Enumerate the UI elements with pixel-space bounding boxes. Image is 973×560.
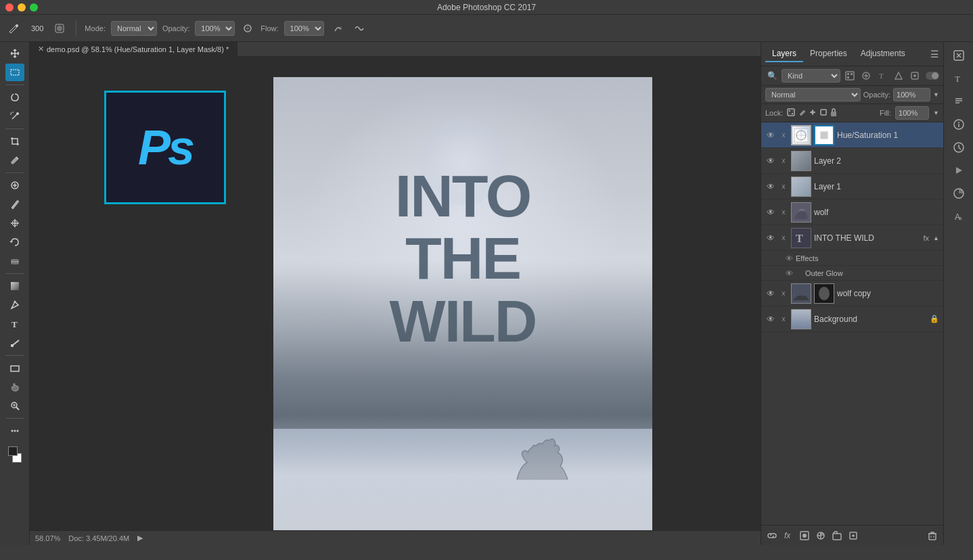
left-toolbar: T [0,42,30,545]
add-mask-btn[interactable] [798,529,811,542]
ps-logo: Ps [104,91,226,204]
foreground-bg-color[interactable] [5,441,24,468]
opacity-select[interactable]: 100% 75% 50% [195,21,235,36]
zoom-tool[interactable] [5,397,24,415]
crop-tool[interactable] [5,133,24,150]
brush-preset-btn[interactable] [51,22,68,35]
path-selection-tool[interactable] [5,334,24,352]
svg-point-56 [958,122,959,123]
new-layer-btn[interactable] [846,529,860,542]
lock-all-icon[interactable] [830,108,837,118]
move-tool[interactable] [5,45,24,62]
layer-eye-wolf[interactable]: 👁 [765,207,776,218]
glyphs-panel-toggle[interactable]: Aa [947,206,971,227]
airbrush-btn[interactable] [330,22,346,35]
panel-menu-icon[interactable]: ☰ [930,49,939,60]
filter-adjustment-icon[interactable] [859,69,873,83]
filter-kind-select[interactable]: Kind [782,69,840,83]
filter-toggle[interactable] [926,69,939,83]
fill-arrow[interactable]: ▼ [933,110,939,116]
flow-select[interactable]: 100% 75% 50% [284,21,324,36]
pen-tool[interactable] [5,296,24,314]
tools-panel-toggle[interactable] [947,45,971,66]
hand-tool[interactable] [5,378,24,396]
lasso-tool[interactable] [5,89,24,106]
sublayer-eye-outerglow[interactable]: 👁 [786,269,793,277]
eraser-tool[interactable] [5,252,24,270]
link-layers-btn[interactable] [765,529,779,542]
layer-eye-text[interactable]: 👁 [765,233,776,243]
sublayer-effects[interactable]: 👁 Effects [761,251,943,266]
layer-item-layer2[interactable]: 👁 Layer 2 [761,148,943,174]
layer-eye-layer1[interactable]: 👁 [765,181,776,192]
canvas-content[interactable]: Ps INTO THE WILD [30,57,761,545]
window-controls[interactable] [5,3,38,11]
layer-mode-select[interactable]: Normal Multiply Screen [765,88,861,101]
lock-transparent-icon[interactable] [787,108,795,118]
adjustments-tab[interactable]: Adjustments [854,46,912,62]
actions-panel-toggle[interactable] [947,160,971,181]
filter-smart-icon[interactable] [908,69,922,83]
lock-image-icon[interactable] [798,108,806,118]
character-panel-toggle[interactable]: T [947,68,971,89]
sublayer-outer-glow[interactable]: 👁 Outer Glow [761,266,943,281]
healing-brush-tool[interactable] [5,177,24,194]
magic-wand-tool[interactable] [5,108,24,125]
layer-eye-hue-sat[interactable]: 👁 [765,130,776,141]
extra-tools-btn[interactable] [5,422,24,440]
minimize-button[interactable] [18,3,26,11]
delete-layer-btn[interactable] [926,529,939,542]
layer-item-text[interactable]: 👁 T INTO THE WILD fx ▲ [761,225,943,251]
sublayer-eye-effects[interactable]: 👁 [786,254,793,262]
brush-tool[interactable] [5,195,24,213]
type-tool[interactable]: T [5,315,24,333]
shape-tool[interactable] [5,359,24,377]
new-group-btn[interactable] [830,529,844,542]
lock-artboard-icon[interactable] [819,108,828,118]
marquee-tool[interactable] [5,64,24,81]
maximize-button[interactable] [30,3,38,11]
mode-select[interactable]: Normal Multiply Screen [111,21,157,36]
lock-position-icon[interactable] [809,108,817,118]
layer-list[interactable]: 👁 Hue/Saturation 1 👁 [761,122,943,525]
layer-eye-layer2[interactable]: 👁 [765,156,776,166]
filter-pixel-icon[interactable] [843,69,857,83]
svg-rect-52 [929,534,936,540]
layers-tab[interactable]: Layers [765,46,803,62]
clone-stamp-tool[interactable] [5,214,24,232]
close-button[interactable] [5,3,14,11]
layer-item-wolf[interactable]: 👁 wolf [761,200,943,225]
eyedropper-tool[interactable] [5,151,24,169]
layer-item-wolf-copy[interactable]: 👁 wolf copy [761,281,943,306]
layer-eye-background[interactable]: 👁 [765,314,776,325]
document-tab[interactable]: ✕ demo.psd @ 58.1% (Hue/Saturation 1, La… [30,42,237,57]
filter-text-icon[interactable]: T [876,69,889,83]
pressure-opacity-btn[interactable] [240,22,255,34]
filter-shape-icon[interactable] [892,69,905,83]
history-brush-tool[interactable] [5,233,24,251]
brush-tool-icon[interactable] [5,21,23,36]
layer-item-layer1[interactable]: 👁 Layer 1 [761,174,943,200]
close-tab-icon[interactable]: ✕ [38,45,44,53]
filter-icon[interactable]: 🔍 [765,69,779,83]
opacity-input[interactable] [893,88,930,101]
color-panel-toggle[interactable] [947,183,971,204]
fx-icon[interactable]: fx [924,234,930,242]
properties-tab[interactable]: Properties [803,46,854,62]
lock-icons [787,108,837,118]
smoothing-btn[interactable] [351,22,367,35]
artwork-canvas[interactable]: INTO THE WILD [273,77,652,545]
history-panel-toggle[interactable] [947,137,971,158]
layer-eye-wolf-copy[interactable]: 👁 [765,288,776,299]
effects-collapse-icon[interactable]: ▲ [933,235,939,241]
add-layer-style-btn[interactable]: fx [782,529,795,542]
layer-item-hue-saturation[interactable]: 👁 Hue/Saturation 1 [761,122,943,148]
opacity-arrow[interactable]: ▼ [933,91,939,98]
fill-input[interactable] [895,106,929,120]
gradient-tool[interactable] [5,277,24,295]
expand-icon[interactable]: ▶ [137,534,143,542]
info-panel-toggle[interactable] [947,114,971,135]
layer-item-background[interactable]: 👁 Background 🔒 [761,306,943,332]
new-fill-layer-btn[interactable] [814,529,828,542]
paragraph-panel-toggle[interactable] [947,91,971,112]
